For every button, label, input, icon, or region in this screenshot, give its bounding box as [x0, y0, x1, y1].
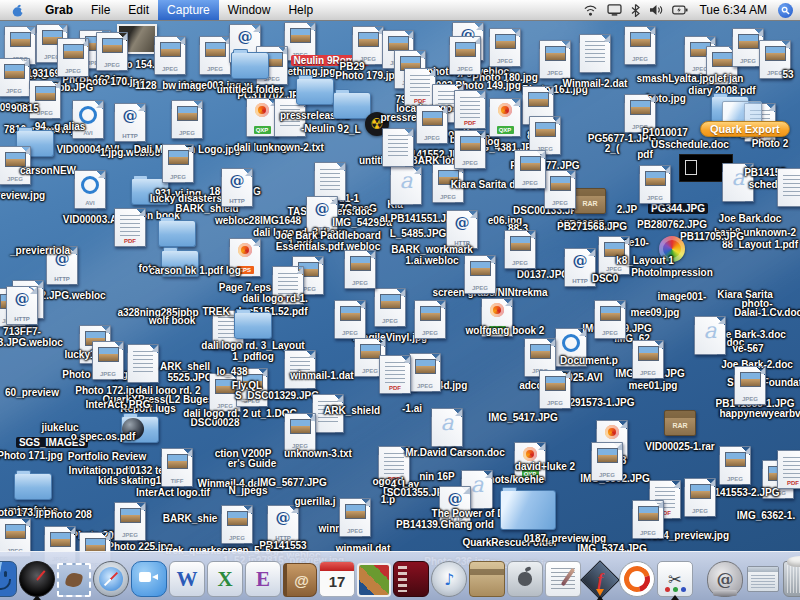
file-label[interactable]: DSC0 [545, 268, 665, 286]
jpeg-file-icon[interactable]: JPEG [290, 300, 410, 339]
jpeg-file-icon[interactable]: JPEG [300, 250, 420, 289]
menu-status-area: Tue 6:34 AM [583, 0, 800, 20]
dock-item-entourage[interactable]: E [245, 561, 281, 597]
dock-item-flash[interactable]: f [583, 563, 617, 597]
flash-glyph: f [583, 563, 617, 597]
folder-big-file-icon[interactable] [468, 490, 588, 530]
menu-app-name[interactable]: Grab [36, 0, 82, 20]
jpeg-file-icon[interactable]: JPEG [547, 442, 667, 481]
dock-item-textedit[interactable] [545, 561, 581, 597]
menu-capture[interactable]: Capture [158, 0, 219, 20]
quark-export-button[interactable]: Quark Export [700, 121, 790, 137]
dock-item-iphoto-collage[interactable] [357, 563, 391, 597]
dock-item-art-tools[interactable]: ✂ [657, 561, 693, 597]
file-label[interactable]: 53 [728, 64, 800, 82]
doc-file-icon[interactable] [338, 128, 458, 167]
jpeg-file-icon[interactable]: JPEG [550, 300, 670, 339]
spotlight-icon[interactable] [778, 3, 793, 18]
apple-icon [11, 3, 25, 18]
dock-item-system-prefs-box[interactable] [507, 561, 543, 597]
word-glyph: W [170, 562, 204, 596]
battery-icon[interactable] [672, 5, 688, 15]
art-tools-glyph: ✂ [658, 562, 692, 596]
dock-item-ichat[interactable] [131, 561, 167, 597]
apple-menu[interactable] [0, 0, 36, 20]
jpeg-file-icon[interactable]: JPEG [640, 478, 760, 517]
finder-smile [0, 579, 11, 590]
jpeg-file-icon[interactable]: JPEG [690, 366, 800, 405]
itunes-glyph: ♪ [432, 562, 466, 596]
menu-list: FileEditCaptureWindowHelp [82, 0, 322, 20]
excel-glyph: X [208, 562, 242, 596]
file-label[interactable]: o spec.os.pdf [43, 426, 163, 444]
jpeg-file-icon[interactable]: JPEG [70, 502, 190, 541]
dock-item-itunes[interactable]: ♪ [431, 561, 467, 597]
dock-item-mail[interactable] [57, 563, 91, 597]
file-label[interactable]: _previerriola [0, 240, 100, 258]
menu-help[interactable]: Help [279, 0, 322, 20]
at-stamp-glyph: @ [708, 562, 742, 596]
dock-item-at-stamp[interactable]: @ [707, 561, 743, 597]
dock: WXE@17♪f✂@ [0, 551, 800, 600]
menu-clock[interactable]: Tue 6:34 AM [697, 3, 769, 17]
file-label-text: unknown-2.txt [256, 142, 324, 153]
file-label-text: InterAct_PRG [85, 399, 150, 410]
file-label-text: 60_preview [5, 387, 59, 398]
file-label-text: -1.ai [402, 403, 422, 414]
dock-item-ical[interactable]: 17 [319, 561, 355, 597]
dock-item-quark[interactable] [619, 561, 655, 597]
doc-file-icon[interactable] [733, 168, 800, 207]
file-label-text: k8_Layout 1 [616, 255, 674, 266]
jpeg-file-icon[interactable]: JPEG [420, 255, 540, 294]
file-label-text: DSC0 [592, 273, 619, 284]
file-label-text: _previerriola [10, 245, 70, 256]
file-label-text: 53 [782, 69, 793, 80]
dock-item-red-media-app[interactable] [393, 561, 429, 597]
file-label[interactable]: 60_preview [0, 382, 92, 400]
dock-item-minimized-window[interactable] [747, 566, 779, 592]
displays-icon[interactable] [607, 4, 622, 16]
ical-day-number: 17 [320, 573, 354, 590]
bluetooth-icon[interactable] [631, 4, 640, 17]
dock-item-finder[interactable] [0, 561, 17, 597]
dock-item-stuffit[interactable] [469, 561, 505, 597]
entourage-glyph: E [246, 562, 280, 596]
menu-file[interactable]: File [82, 0, 119, 20]
dock-item-excel[interactable]: X [207, 561, 243, 597]
jpeg-file-icon[interactable]: JPEG [595, 165, 715, 204]
menu-window[interactable]: Window [219, 0, 280, 20]
file-label[interactable]: k8_Layout 1 [585, 250, 705, 268]
file-label-text: o spec.os.pdf [71, 431, 135, 442]
dock-item-word[interactable]: W [169, 561, 205, 597]
pdf-file-icon[interactable]: PDF [335, 355, 455, 394]
dock-item-dashboard[interactable] [19, 561, 55, 597]
address-book-glyph: @ [287, 564, 316, 596]
file-label-text: IMG_5677.JPG [257, 477, 326, 488]
dock-item-trash[interactable] [783, 561, 800, 597]
airport-icon[interactable] [583, 4, 598, 16]
file-label-text: mee01.jpg [629, 380, 678, 391]
volume-icon[interactable] [649, 4, 663, 16]
jpeg-file-icon[interactable]: JPEG [495, 370, 615, 409]
file-label[interactable]: -1.ai [352, 398, 472, 416]
desktop[interactable]: JPEG121611.JPGJPEG8193169453bJPEGPhoto 1… [0, 0, 800, 600]
file-label-text: Photo 2 [752, 138, 789, 149]
dock-item-safari[interactable] [93, 561, 129, 597]
menu-bar: Grab FileEditCaptureWindowHelp Tue 6:34 … [0, 0, 800, 21]
dock-item-address-book[interactable]: @ [283, 563, 317, 597]
menu-edit[interactable]: Edit [119, 0, 158, 20]
